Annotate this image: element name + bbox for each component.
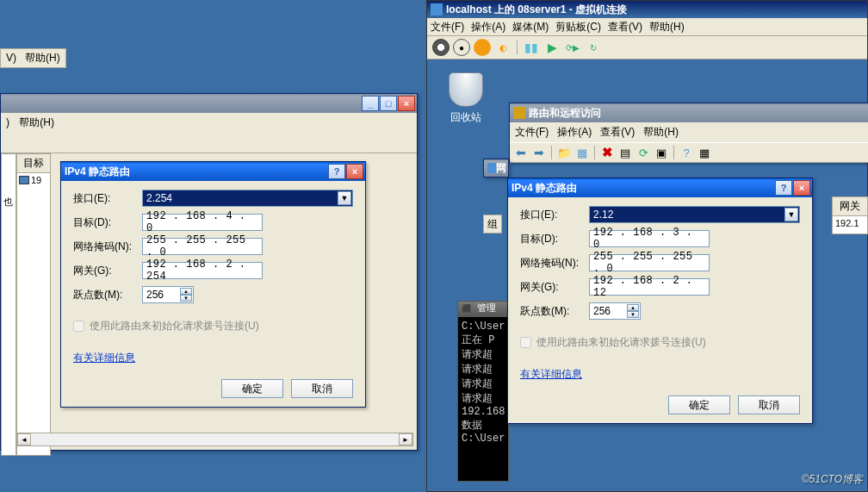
delete-icon[interactable]: ✖ bbox=[599, 145, 615, 160]
vm-menu-clipboard[interactable]: 剪贴板(C) bbox=[555, 20, 601, 34]
nav-back-icon[interactable]: ⬅ bbox=[513, 145, 529, 160]
init-dial-checkbox bbox=[520, 337, 531, 348]
recycle-bin[interactable]: 回收站 bbox=[440, 72, 492, 125]
ok-button[interactable]: 确定 bbox=[221, 379, 283, 398]
help-button[interactable]: ? bbox=[328, 164, 345, 179]
mask-label: 网络掩码(N): bbox=[520, 256, 589, 271]
tb-start-icon[interactable]: ● bbox=[453, 39, 470, 56]
help-button[interactable]: ? bbox=[775, 180, 792, 196]
net-window: 网 bbox=[483, 159, 509, 177]
recycle-bin-icon bbox=[449, 72, 483, 107]
ipv4-right-title: IPv4 静态路由 bbox=[512, 181, 775, 196]
tb-revert-icon[interactable]: ↻ bbox=[585, 39, 602, 56]
vm-menu-file[interactable]: 文件(F) bbox=[431, 20, 464, 34]
close-button[interactable]: × bbox=[398, 96, 415, 111]
nav-fwd-icon[interactable]: ➡ bbox=[531, 145, 547, 160]
cmd-line-11: C:\User bbox=[462, 433, 505, 445]
mask-input[interactable]: 255 . 255 . 255 . 0 bbox=[142, 238, 263, 255]
more-info-link[interactable]: 有关详细信息 bbox=[520, 367, 582, 382]
list-icon[interactable]: ▦ bbox=[697, 145, 712, 160]
mask-input[interactable]: 255 . 255 . 255 . 0 bbox=[589, 254, 710, 271]
left-outer-menubar: ) 帮助(H) bbox=[1, 113, 417, 133]
ok-button[interactable]: 确定 bbox=[668, 395, 730, 414]
cancel-button[interactable]: 取消 bbox=[291, 379, 353, 398]
rras-titlebar[interactable]: 路由和远程访问 bbox=[510, 103, 868, 122]
tb-ctrl-alt-del-icon[interactable] bbox=[432, 39, 450, 56]
right-gateway-col: 网关 192.1 bbox=[832, 196, 868, 234]
cmd-line-5: 请求超 bbox=[462, 377, 505, 391]
ipv4-right-titlebar[interactable]: IPv4 静态路由 ? × bbox=[508, 178, 812, 197]
gateway-label: 网关(G): bbox=[520, 280, 589, 295]
scroll-right-button[interactable]: ► bbox=[399, 433, 412, 445]
vm-window: localhost 上的 08server1 - 虚拟机连接 文件(F) 操作(… bbox=[426, 0, 868, 492]
gateway-label: 网关(G): bbox=[73, 264, 142, 278]
hops-spinner[interactable]: 256 ▲ ▼ bbox=[589, 302, 641, 320]
rras-title: 路由和远程访问 bbox=[529, 106, 866, 121]
cancel-button[interactable]: 取消 bbox=[738, 395, 800, 414]
ipv4-left-titlebar[interactable]: IPv4 静态路由 ? × bbox=[61, 162, 365, 181]
left-outer-titlebar[interactable]: _ □ × bbox=[1, 94, 417, 113]
vm-titlebar[interactable]: localhost 上的 08server1 - 虚拟机连接 bbox=[427, 1, 867, 18]
up-icon[interactable]: 📁 bbox=[556, 145, 572, 160]
tb-reset-icon[interactable]: ▶ bbox=[543, 39, 561, 56]
rras-menu-help[interactable]: 帮助(H) bbox=[643, 125, 679, 140]
net-icon bbox=[487, 163, 496, 173]
vm-menu-action[interactable]: 操作(A) bbox=[471, 20, 505, 34]
tb-pause-icon[interactable]: ▮▮ bbox=[523, 39, 540, 56]
rras-menu-file[interactable]: 文件(F) bbox=[515, 125, 549, 140]
help-menu[interactable]: 帮助(H) bbox=[19, 116, 54, 128]
init-dial-checkbox bbox=[73, 321, 84, 332]
spinner-up[interactable]: ▲ bbox=[180, 288, 192, 295]
target-label: 目标(D): bbox=[73, 215, 142, 230]
target-col-header[interactable]: 目标 bbox=[17, 154, 50, 173]
target-input[interactable]: 192 . 168 . 3 . 0 bbox=[589, 230, 710, 247]
gateway-input[interactable]: 192 . 168 . 2 . 12 bbox=[589, 278, 710, 296]
vm-desktop[interactable]: 回收站 路由和远程访问 文件(F) 操作(A) 查看(V) 帮助(H) ⬅ ➡ … bbox=[427, 59, 867, 491]
ipv4-left-title: IPv4 静态路由 bbox=[65, 165, 328, 179]
tb-shutdown-icon[interactable]: ◐ bbox=[494, 39, 512, 56]
close-button[interactable]: × bbox=[346, 164, 363, 179]
spinner-down[interactable]: ▼ bbox=[180, 295, 192, 302]
help-icon[interactable]: ? bbox=[679, 145, 694, 160]
gateway-input[interactable]: 192 . 168 . 2 . 254 bbox=[142, 262, 263, 279]
scroll-left-button[interactable]: ◄ bbox=[17, 433, 31, 445]
scrollbar-horizontal[interactable]: ◄ ► bbox=[16, 433, 413, 446]
vm-menu-help[interactable]: 帮助(H) bbox=[649, 20, 685, 34]
interface-combo[interactable]: 2.12 ▼ bbox=[589, 206, 800, 223]
rras-menu-action[interactable]: 操作(A) bbox=[557, 125, 592, 140]
tb-turn-off-icon[interactable] bbox=[474, 39, 491, 56]
left-top-help[interactable]: 帮助(H) bbox=[25, 52, 60, 64]
spinner-down[interactable]: ▼ bbox=[627, 311, 639, 318]
net-title: 网 bbox=[496, 161, 506, 176]
init-dial-label: 使用此路由来初始化请求拨号连接(U) bbox=[536, 335, 706, 350]
refresh-icon[interactable]: ⟳ bbox=[636, 145, 651, 160]
right-col-header[interactable]: 网关 bbox=[833, 197, 867, 216]
rras-menu-view[interactable]: 查看(V) bbox=[600, 125, 635, 140]
maximize-button[interactable]: □ bbox=[380, 96, 397, 111]
left-outer-toolbar bbox=[1, 133, 417, 153]
vm-menu-media[interactable]: 媒体(M) bbox=[512, 20, 549, 34]
cmd-line-6: 请求超 bbox=[462, 391, 505, 406]
export-icon[interactable]: ▣ bbox=[654, 145, 669, 160]
tb-snapshot-icon[interactable]: ⟳▶ bbox=[564, 39, 581, 56]
cmd-window[interactable]: ⬛ 管理 C:\User 正在 P 请求超 请求超 请求超 请求超 192.16… bbox=[457, 301, 509, 482]
target-input[interactable]: 192 . 168 . 4 . 0 bbox=[142, 214, 263, 231]
rras-menubar: 文件(F) 操作(A) 查看(V) 帮助(H) bbox=[510, 122, 868, 142]
right-col-value: 192.1 bbox=[833, 216, 867, 230]
left-top-v[interactable]: V) bbox=[6, 52, 16, 64]
combo-arrow-icon[interactable]: ▼ bbox=[784, 208, 798, 221]
interface-combo[interactable]: 2.254 ▼ bbox=[142, 190, 353, 207]
vm-title: localhost 上的 08server1 - 虚拟机连接 bbox=[446, 3, 627, 17]
props-icon[interactable]: ▤ bbox=[617, 145, 633, 160]
hops-spinner[interactable]: 256 ▲ ▼ bbox=[142, 286, 194, 303]
more-info-link[interactable]: 有关详细信息 bbox=[73, 351, 135, 365]
combo-arrow-icon[interactable]: ▼ bbox=[338, 191, 351, 205]
left-row-1[interactable]: 19 bbox=[31, 175, 41, 185]
vm-menu-view[interactable]: 查看(V) bbox=[608, 20, 642, 34]
minimize-button[interactable]: _ bbox=[362, 96, 379, 111]
properties-icon[interactable]: ▦ bbox=[574, 145, 590, 160]
target-label: 目标(D): bbox=[520, 232, 589, 246]
cmd-line-3: 请求超 bbox=[462, 347, 505, 362]
spinner-up[interactable]: ▲ bbox=[627, 304, 639, 311]
close-button[interactable]: × bbox=[793, 180, 810, 196]
